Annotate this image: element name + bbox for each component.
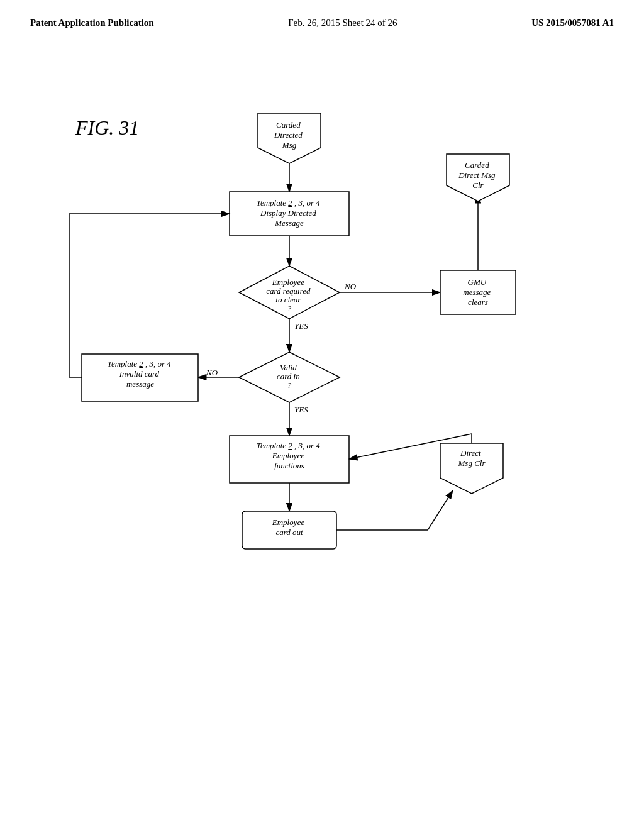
employee-card-out-text: Employee card out <box>272 517 307 537</box>
no2-label: NO <box>206 368 218 377</box>
header-left: Patent Application Publication <box>30 18 154 28</box>
no1-label: NO <box>344 282 357 291</box>
page-header: Patent Application Publication Feb. 26, … <box>0 0 644 28</box>
yes2-label: YES <box>294 405 308 414</box>
figure-area: FIG. 31 Carded Directed Msg Template 2 ,… <box>0 28 644 795</box>
svg-line-14 <box>428 490 453 530</box>
yes1-label: YES <box>294 321 308 331</box>
header-right: US 2015/0057081 A1 <box>531 18 614 28</box>
header-center: Feb. 26, 2015 Sheet 24 of 26 <box>288 18 397 28</box>
direct-msg-clr-text: Direct Msg Clr <box>458 448 486 468</box>
flowchart-diagram: Carded Directed Msg Template 2 , 3, or 4… <box>50 91 591 783</box>
